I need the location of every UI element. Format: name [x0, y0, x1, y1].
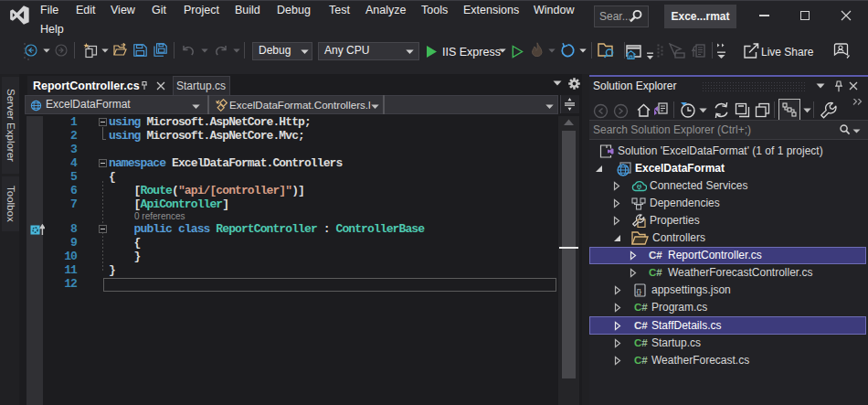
svg-text:{}: {} [637, 287, 642, 295]
